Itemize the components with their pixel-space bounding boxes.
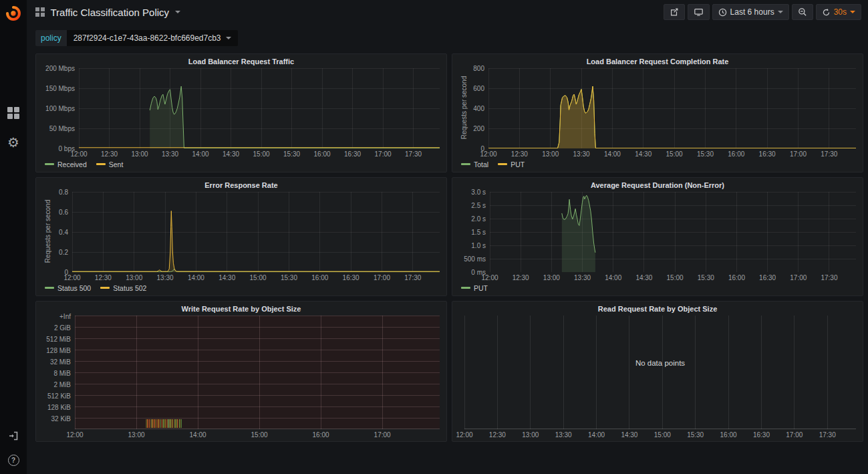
- legend-item-total[interactable]: Total: [461, 160, 488, 168]
- chart-area: Requests per second00.20.40.60.812:0012:…: [43, 192, 440, 282]
- legend-item-put[interactable]: PUT: [461, 284, 488, 292]
- heatmap-cell: [159, 419, 160, 428]
- x-axis-ticks: 12:0012:3013:0013:3014:0014:3015:0015:30…: [72, 272, 440, 282]
- heatmap-cell: [163, 419, 164, 428]
- x-tick-label: 15:30: [697, 150, 714, 158]
- plot-area[interactable]: [490, 192, 856, 272]
- dashboard-title-group[interactable]: Traffic Classification Policy: [35, 7, 180, 18]
- heatmap-cell: [168, 419, 168, 428]
- heatmap-cell: [179, 419, 180, 428]
- x-tick-label: 17:30: [405, 150, 422, 158]
- x-tick-label: 16:30: [759, 150, 776, 158]
- x-tick-label: 15:30: [281, 274, 297, 281]
- plot-area[interactable]: [72, 192, 440, 272]
- sidebar-item-dashboards[interactable]: [6, 106, 21, 120]
- legend-label: Total: [474, 160, 488, 168]
- heatmap-cell: [176, 419, 177, 428]
- x-axis-ticks: 12:0013:0014:0015:0016:0017:00: [75, 429, 440, 439]
- share-button[interactable]: [664, 4, 685, 20]
- y-axis-label-text: Requests per second: [44, 200, 51, 263]
- panel-title[interactable]: Load Balancer Request Traffic: [43, 57, 440, 68]
- y-tick-label: 512 MiB: [46, 336, 71, 343]
- plot-area[interactable]: No data points: [464, 316, 856, 429]
- panel-lb-completion-rate: Load Balancer Request Completion RateReq…: [452, 53, 863, 172]
- legend-item-received[interactable]: Received: [45, 160, 87, 168]
- y-tick-label: 1.5 s: [471, 229, 486, 236]
- x-axis-ticks: 12:0012:3013:0013:3014:0014:3015:0015:30…: [464, 429, 856, 439]
- x-tick-label: 17:30: [819, 431, 836, 439]
- policy-variable-dropdown[interactable]: 287f2924-c1e7-43aa-8622-bfc669ed7cb3: [67, 30, 238, 46]
- x-tick-label: 17:00: [374, 274, 390, 281]
- x-tick-label: 13:30: [157, 274, 174, 281]
- x-tick-label: 15:30: [283, 150, 300, 158]
- x-tick-label: 14:30: [219, 274, 235, 281]
- tv-kiosk-button[interactable]: [688, 4, 710, 20]
- y-tick-label: 0.4: [59, 229, 68, 236]
- x-tick-label: 14:00: [188, 274, 204, 281]
- y-axis-ticks: +Inf2 GiB512 MiB128 MiB32 MiB8 MiB2 MiB5…: [43, 316, 75, 439]
- plot-area[interactable]: [79, 68, 440, 148]
- zoom-out-button[interactable]: [792, 4, 813, 20]
- x-tick-label: 16:00: [313, 431, 329, 439]
- y-tick-label: 800: [473, 65, 484, 72]
- policy-variable-label: policy: [35, 30, 67, 46]
- legend: TotalPUT: [459, 158, 856, 170]
- chart-area: No data points12:0012:3013:0013:3014:001…: [459, 316, 856, 439]
- x-tick-label: 14:00: [605, 274, 621, 281]
- plot-area[interactable]: [488, 68, 856, 148]
- sidebar-item-sign-in[interactable]: [6, 429, 21, 443]
- x-tick-label: 16:30: [759, 274, 776, 281]
- refresh-picker[interactable]: 30s: [816, 4, 861, 20]
- x-tick-label: 17:30: [404, 274, 421, 281]
- series-put: [488, 86, 856, 148]
- legend-item-put[interactable]: PUT: [498, 160, 525, 168]
- legend-color-dash: [45, 163, 54, 165]
- x-tick-label: 13:30: [573, 150, 590, 158]
- heatmap-cell: [170, 419, 170, 428]
- panel-title[interactable]: Write Request Rate by Object Size: [43, 305, 440, 316]
- x-tick-label: 14:30: [621, 431, 637, 439]
- x-tick-label: 17:30: [821, 150, 837, 158]
- time-range-picker[interactable]: Last 6 hours: [712, 4, 789, 20]
- legend-item-sent[interactable]: Sent: [96, 160, 124, 168]
- legend-item-status-500[interactable]: Status 500: [45, 284, 91, 292]
- heatmap-cell: [150, 419, 150, 428]
- y-tick-label: 2 GiB: [54, 324, 71, 332]
- panel-title[interactable]: Average Request Duration (Non-Error): [459, 181, 856, 192]
- x-tick-label: 14:30: [223, 150, 239, 158]
- y-axis-ticks: 0 bps50 Mbps100 Mbps150 Mbps200 Mbps: [43, 68, 79, 158]
- y-tick-label: 8 MiB: [53, 370, 71, 377]
- policy-variable-value: 287f2924-c1e7-43aa-8622-bfc669ed7cb3: [74, 33, 221, 43]
- series-total: [488, 86, 856, 148]
- x-axis-ticks: 12:0012:3013:0013:3014:0014:3015:0015:30…: [79, 148, 440, 158]
- heatmap-cell: [169, 419, 170, 428]
- panel-body: 0 bps50 Mbps100 Mbps150 Mbps200 Mbps12:0…: [43, 68, 440, 170]
- panel-title[interactable]: Error Response Rate: [43, 181, 440, 192]
- y-tick-label: 128 MiB: [46, 347, 71, 354]
- legend-item-status-502[interactable]: Status 502: [100, 284, 146, 292]
- x-axis-ticks: 12:0012:3013:0013:3014:0014:3015:0015:30…: [488, 148, 856, 158]
- plot-area[interactable]: [75, 316, 440, 429]
- y-tick-label: 32 MiB: [50, 358, 71, 366]
- x-tick-label: 16:00: [728, 150, 744, 158]
- chevron-down-icon: [175, 11, 180, 13]
- x-tick-label: 15:00: [253, 150, 270, 158]
- panel-title[interactable]: Read Request Rate by Object Size: [459, 305, 856, 316]
- legend-color-dash: [461, 163, 470, 165]
- dashboard-title[interactable]: Traffic Classification Policy: [51, 7, 170, 18]
- sidebar-item-help[interactable]: ?: [6, 453, 21, 467]
- time-range-label: Last 6 hours: [730, 7, 774, 17]
- x-tick-label: 13:00: [542, 150, 559, 158]
- share-icon: [670, 7, 679, 17]
- chart-area: 0 bps50 Mbps100 Mbps150 Mbps200 Mbps12:0…: [43, 68, 440, 158]
- y-tick-label: 500 ms: [464, 255, 486, 263]
- sidebar-item-configuration[interactable]: ⚙: [6, 135, 21, 150]
- y-axis-ticks: 00.20.40.60.8: [52, 192, 72, 282]
- grafana-logo[interactable]: [0, 0, 27, 27]
- x-axis-ticks: 12:0012:3013:0013:3014:0014:3015:0015:30…: [490, 272, 856, 282]
- chart-area: Requests per second020040060080012:0012:…: [459, 68, 856, 158]
- x-tick-label: 12:30: [95, 274, 112, 281]
- dashboard-icon: [35, 7, 45, 17]
- panel-title[interactable]: Load Balancer Request Completion Rate: [459, 57, 856, 68]
- write-rate-by-size-svg: [75, 316, 440, 429]
